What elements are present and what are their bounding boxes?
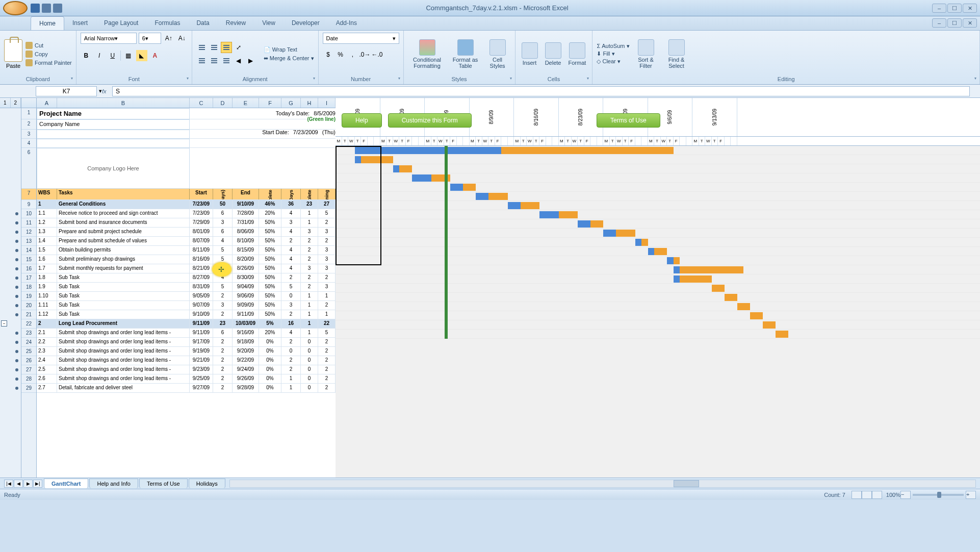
terms-of-use-button[interactable]: Terms of Use — [597, 113, 660, 128]
task-row[interactable]: 2Long Lead Procurement9/11/092310/03/095… — [37, 319, 336, 329]
zoom-out-button[interactable]: − — [900, 491, 911, 499]
font-color-button[interactable]: A — [149, 50, 161, 61]
align-middle[interactable] — [209, 42, 220, 53]
border-button[interactable]: ▦ — [123, 50, 134, 61]
task-row[interactable]: 2.6Submit shop drawings and order long l… — [37, 374, 336, 384]
sheet-tab-holidays[interactable]: Holidays — [189, 479, 225, 488]
percent-button[interactable]: % — [335, 49, 346, 60]
align-center[interactable] — [209, 55, 220, 66]
tab-developer[interactable]: Developer — [283, 16, 328, 30]
col-D[interactable]: D — [213, 98, 233, 108]
task-row[interactable]: 1.7Submit monthly requests for payment8/… — [37, 264, 336, 273]
tab-nav-last[interactable]: ▶| — [33, 480, 42, 488]
task-row[interactable]: 1.5Obtain building permits8/11/0958/15/0… — [37, 246, 336, 255]
task-row[interactable]: 2.5Submit shop drawings and order long l… — [37, 365, 336, 374]
autosum-button[interactable]: Σ AutoSum ▾ — [597, 43, 629, 49]
col-A[interactable]: A — [37, 98, 57, 108]
help-button[interactable]: Help — [342, 113, 382, 128]
paste-icon[interactable] — [4, 39, 22, 62]
maximize-button[interactable]: ☐ — [947, 4, 962, 13]
grow-font-icon[interactable]: A↑ — [163, 33, 174, 44]
workbook-restore[interactable]: ☐ — [947, 18, 962, 28]
align-top[interactable] — [196, 42, 208, 53]
customize-form-button[interactable]: Customize this Form — [388, 113, 472, 128]
project-name-cell[interactable]: Project Name — [37, 108, 190, 119]
office-button[interactable] — [3, 1, 28, 15]
task-row[interactable]: 2.7Detail, fabricate and deliver steel9/… — [37, 384, 336, 393]
minimize-button[interactable]: – — [932, 4, 946, 13]
company-name-cell[interactable]: Company Name — [37, 119, 190, 130]
merge-center-button[interactable]: ⬌ Merge & Center ▾ — [264, 55, 314, 62]
formula-input[interactable]: S — [112, 86, 970, 96]
tab-view[interactable]: View — [254, 16, 283, 30]
fill-button[interactable]: ⬇ Fill ▾ — [597, 51, 629, 57]
view-layout-icon[interactable] — [862, 491, 872, 499]
undo-icon[interactable] — [42, 4, 51, 13]
italic-button[interactable]: I — [94, 50, 105, 61]
tab-add-ins[interactable]: Add-Ins — [328, 16, 365, 30]
sheet-tab-help-and-info[interactable]: Help and Info — [89, 479, 138, 488]
font-size-combo[interactable]: 6 ▾ — [139, 33, 161, 44]
align-right[interactable] — [221, 55, 232, 66]
find-select-button[interactable]: Find & Select — [662, 39, 691, 69]
redo-icon[interactable] — [53, 4, 62, 13]
worksheet[interactable]: 12 A B C D E F G H I KLMNOPQRSTUVWXYZAAA… — [0, 98, 980, 478]
view-pagebreak-icon[interactable] — [872, 491, 882, 499]
insert-cells-button[interactable]: Insert — [520, 42, 540, 66]
delete-cells-button[interactable]: Delete — [543, 42, 563, 66]
sort-filter-button[interactable]: Sort & Filter — [633, 39, 659, 69]
col-B[interactable]: B — [57, 98, 190, 108]
shrink-font-icon[interactable]: A↓ — [176, 33, 188, 44]
task-row[interactable]: 1.6Submit preliminary shop drawings8/16/… — [37, 255, 336, 264]
task-row[interactable]: 1.4Prepare and submit schedule of values… — [37, 237, 336, 246]
currency-button[interactable]: $ — [323, 49, 334, 60]
sheet-tab-terms-of-use[interactable]: Terms of Use — [139, 479, 188, 488]
zoom-in-button[interactable]: + — [966, 491, 976, 499]
col-G[interactable]: G — [281, 98, 301, 108]
col-F[interactable]: F — [259, 98, 281, 108]
conditional-formatting-button[interactable]: Conditional Formatting — [408, 39, 447, 69]
horizontal-scrollbar[interactable] — [229, 480, 976, 488]
col-I[interactable]: I — [318, 98, 336, 108]
task-row[interactable]: 1.3Prepare and submit project schedule8/… — [37, 228, 336, 237]
clear-button[interactable]: ◇ Clear ▾ — [597, 58, 629, 65]
fx-icon[interactable]: fx — [102, 88, 112, 94]
task-row[interactable]: 1.8Sub Task8/27/0948/30/0950%222 — [37, 273, 336, 283]
increase-indent[interactable]: ▶ — [245, 55, 256, 66]
number-format-combo[interactable]: Date▾ — [323, 33, 399, 44]
task-row[interactable]: 1.2Submit bond and insurance documents7/… — [37, 218, 336, 228]
orientation-button[interactable]: ⤢ — [233, 42, 244, 53]
tab-nav-prev[interactable]: ◀ — [14, 480, 23, 488]
workbook-minimize[interactable]: – — [932, 18, 946, 28]
task-row[interactable]: 1.11Sub Task9/07/0939/09/0950%312 — [37, 301, 336, 310]
task-row[interactable]: 1.12Sub Task9/10/0929/11/0950%211 — [37, 310, 336, 319]
tab-nav-next[interactable]: ▶ — [23, 480, 33, 488]
copy-button[interactable]: Copy — [25, 51, 72, 58]
save-icon[interactable] — [31, 4, 40, 13]
cut-button[interactable]: Cut — [25, 42, 72, 49]
align-left[interactable] — [196, 55, 208, 66]
sheet-tab-ganttchart[interactable]: GanttChart — [44, 479, 88, 488]
task-row[interactable]: 1General Conditions7/23/09509/10/0946%36… — [37, 200, 336, 209]
name-box[interactable]: K7 — [36, 86, 97, 96]
task-row[interactable]: 2.4Submit shop drawings and order long l… — [37, 356, 336, 365]
col-C[interactable]: C — [190, 98, 213, 108]
task-row[interactable]: 1.9Sub Task8/31/0959/04/0950%523 — [37, 283, 336, 292]
fill-color-button[interactable]: ◣ — [136, 50, 147, 61]
tab-data[interactable]: Data — [188, 16, 217, 30]
format-as-table-button[interactable]: Format as Table — [450, 39, 481, 69]
tab-formulas[interactable]: Formulas — [146, 16, 188, 30]
font-name-combo[interactable]: Arial Narrow ▾ — [81, 33, 137, 44]
task-row[interactable]: 2.1Submit shop drawings and order long l… — [37, 329, 336, 338]
cell-styles-button[interactable]: Cell Styles — [484, 39, 511, 69]
workbook-close[interactable]: ✕ — [963, 18, 977, 28]
close-button[interactable]: ✕ — [963, 4, 977, 13]
align-bottom[interactable] — [221, 42, 232, 53]
bold-button[interactable]: B — [81, 50, 92, 61]
tab-page-layout[interactable]: Page Layout — [96, 16, 146, 30]
task-row[interactable]: 2.3Submit shop drawings and order long l… — [37, 347, 336, 356]
task-row[interactable]: 2.2Submit shop drawings and order long l… — [37, 338, 336, 347]
outline-area[interactable]: − — [0, 108, 21, 478]
wrap-text-button[interactable]: 📄 Wrap Text — [264, 46, 314, 53]
decrease-indent[interactable]: ◀ — [233, 55, 244, 66]
